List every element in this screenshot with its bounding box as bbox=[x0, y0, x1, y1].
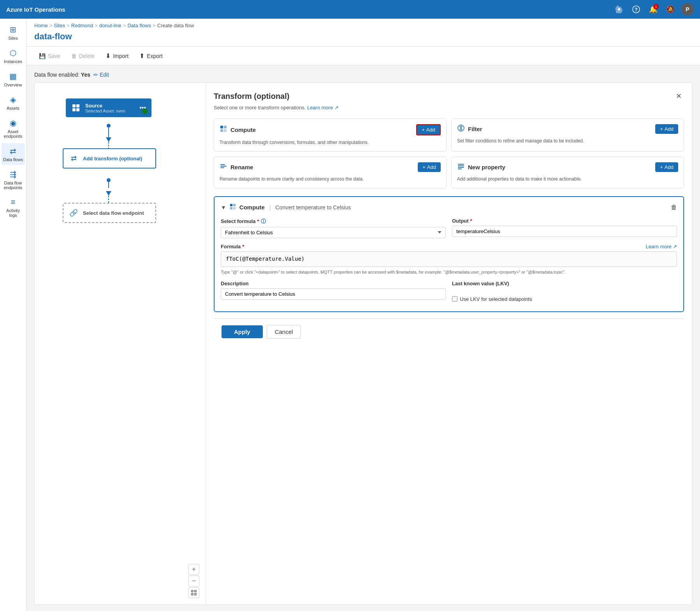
description-input[interactable] bbox=[221, 288, 446, 300]
enabled-label: Data flow enabled: Yes bbox=[34, 72, 90, 78]
new-property-card-header: New property + Add bbox=[457, 162, 678, 172]
compute-card-header: Compute + Add bbox=[220, 124, 441, 135]
formula-output-row: Select formula * ⓘ Fahrenheit to Celsius bbox=[221, 218, 677, 238]
sites-icon: ⊞ bbox=[10, 25, 16, 34]
delete-button[interactable]: 🗑 Delete bbox=[67, 51, 99, 61]
panel-learn-more-link[interactable]: Learn more ↗ bbox=[307, 105, 339, 111]
filter-add-button[interactable]: + Add bbox=[655, 124, 678, 134]
bottom-actions: Apply Cancel bbox=[214, 318, 684, 345]
help-button[interactable]: ? bbox=[630, 3, 642, 16]
user-avatar[interactable]: P bbox=[681, 3, 694, 16]
assets-icon: ◈ bbox=[10, 95, 16, 104]
breadcrumb-donut-line[interactable]: donut-line bbox=[99, 23, 121, 28]
select-formula-info-icon[interactable]: ⓘ bbox=[261, 218, 266, 225]
data-flow-enabled-bar: Data flow enabled: Yes ✏ Edit bbox=[34, 72, 692, 78]
svg-rect-16 bbox=[192, 593, 193, 595]
overview-icon: ▦ bbox=[9, 72, 17, 81]
instances-icon: ⬡ bbox=[10, 48, 16, 58]
output-group: Output * bbox=[452, 218, 677, 238]
panel-close-button[interactable]: ✕ bbox=[673, 91, 684, 102]
lkv-checkbox-label[interactable]: Use LKV for selected datapoints bbox=[460, 296, 532, 302]
compute-add-label: Add bbox=[426, 127, 435, 133]
source-node[interactable]: Source Selected Asset: oven ••• bbox=[66, 98, 151, 117]
new-property-card-icon bbox=[457, 162, 465, 172]
lkv-label: Last known value (LKV) bbox=[452, 281, 677, 286]
endpoint-node-text: Select data flow endpoint bbox=[83, 210, 151, 216]
svg-rect-33 bbox=[230, 207, 232, 209]
description-group: Description bbox=[221, 281, 446, 302]
sidebar-item-data-flows[interactable]: ⇄ Data flows bbox=[2, 143, 25, 165]
notifications-button[interactable]: 🔔 1 bbox=[647, 3, 660, 16]
export-button[interactable]: ⬆ Export bbox=[135, 50, 167, 62]
formula-box[interactable]: fToC(@Temperature.Value) bbox=[221, 251, 677, 267]
data-flows-icon: ⇄ bbox=[10, 146, 16, 156]
svg-rect-13 bbox=[76, 108, 79, 111]
new-property-add-label: Add bbox=[665, 164, 674, 170]
transform-node[interactable]: ⇄ Add transform (optional) bbox=[63, 148, 156, 169]
transform-node-text: Add transform (optional) bbox=[83, 156, 151, 162]
rename-card-header: Rename + Add bbox=[220, 162, 441, 172]
rename-add-label: Add bbox=[427, 164, 436, 170]
sidebar-item-assets[interactable]: ◈ Assets bbox=[2, 92, 25, 114]
settings-button[interactable] bbox=[613, 3, 625, 16]
sidebar-item-overview[interactable]: ▦ Overview bbox=[2, 68, 25, 90]
lkv-checkbox[interactable] bbox=[452, 296, 457, 302]
zoom-out-button[interactable]: − bbox=[188, 576, 199, 586]
new-property-add-plus-icon: + bbox=[660, 164, 663, 170]
edit-button[interactable]: ✏ Edit bbox=[93, 72, 109, 78]
compute-delete-button[interactable]: 🗑 bbox=[671, 204, 677, 211]
rename-add-button[interactable]: + Add bbox=[418, 162, 441, 172]
breadcrumb: Home > Sites > Redmond > donut-line > Da… bbox=[34, 23, 692, 28]
sidebar-label-data-flow-endpoints: Data flow endpoints bbox=[3, 181, 23, 190]
endpoint-title: Select data flow endpoint bbox=[83, 210, 151, 216]
compute-add-button[interactable]: + Add bbox=[416, 124, 441, 135]
edit-icon: ✏ bbox=[93, 72, 98, 78]
save-icon: 💾 bbox=[39, 53, 46, 59]
formula-learn-more-link[interactable]: Learn more ↗ bbox=[646, 244, 677, 249]
compute-collapse-button[interactable]: ▼ bbox=[221, 204, 226, 211]
sidebar-label-overview: Overview bbox=[4, 83, 22, 87]
cancel-button[interactable]: Cancel bbox=[267, 325, 301, 339]
formula-hint: Type "@" or click "<datapoint>" to selec… bbox=[221, 269, 677, 275]
rename-card-desc: Rename datapoints to ensure clarity and … bbox=[220, 176, 441, 183]
svg-point-3 bbox=[107, 124, 111, 128]
source-node-text: Source Selected Asset: oven bbox=[85, 103, 135, 113]
breadcrumb-sites[interactable]: Sites bbox=[54, 23, 65, 28]
sidebar-item-instances[interactable]: ⬡ Instances bbox=[2, 45, 25, 67]
compute-section-name: Convert temperature to Celsius bbox=[276, 204, 351, 211]
breadcrumb-home[interactable]: Home bbox=[34, 23, 48, 28]
breadcrumb-redmond[interactable]: Redmond bbox=[71, 23, 93, 28]
fit-view-button[interactable] bbox=[188, 587, 199, 598]
sidebar-item-asset-endpoints[interactable]: ◉ Asset endpoints bbox=[2, 115, 25, 142]
new-property-add-button[interactable]: + Add bbox=[655, 162, 678, 172]
alert-icon: 🔕 bbox=[666, 5, 675, 14]
select-formula-label: Select formula * ⓘ bbox=[221, 218, 446, 225]
breadcrumb-sep-1: > bbox=[49, 23, 53, 28]
lkv-checkbox-row: Use LKV for selected datapoints bbox=[452, 288, 677, 302]
sidebar-item-sites[interactable]: ⊞ Sites bbox=[2, 22, 25, 44]
save-button[interactable]: 💾 Save bbox=[34, 51, 65, 61]
apply-button[interactable]: Apply bbox=[222, 325, 263, 338]
import-button[interactable]: ⬇ Import bbox=[101, 50, 133, 62]
filter-card: Filter + Add Set filter conditions to re… bbox=[451, 118, 684, 152]
output-input[interactable] bbox=[452, 226, 677, 237]
flow-canvas: Source Selected Asset: oven ••• ⇄ Add tr… bbox=[35, 83, 206, 604]
alerts-button[interactable]: 🔕 bbox=[664, 3, 677, 16]
compute-add-plus-icon: + bbox=[422, 127, 425, 133]
sidebar-item-activity-logs[interactable]: ≡ Activity logs bbox=[2, 195, 25, 221]
select-formula-dropdown[interactable]: Fahrenheit to Celsius bbox=[221, 227, 446, 238]
svg-rect-29 bbox=[458, 167, 464, 168]
sidebar-item-data-flow-endpoints[interactable]: ⇶ Data flow endpoints bbox=[2, 167, 25, 193]
filter-title-row: Filter bbox=[457, 124, 482, 134]
endpoint-node[interactable]: 🔗 Select data flow endpoint bbox=[63, 203, 156, 223]
import-icon: ⬇ bbox=[106, 52, 111, 60]
new-property-card-desc: Add additional properties to data to mak… bbox=[457, 176, 678, 183]
zoom-in-button[interactable]: + bbox=[188, 564, 199, 575]
new-property-title-row: New property bbox=[457, 162, 505, 172]
breadcrumb-sep-3: > bbox=[95, 23, 98, 28]
svg-rect-17 bbox=[195, 593, 196, 595]
breadcrumb-bar: Home > Sites > Redmond > donut-line > Da… bbox=[26, 19, 700, 47]
breadcrumb-data-flows[interactable]: Data flows bbox=[127, 23, 151, 28]
compute-section-icon bbox=[229, 203, 236, 212]
formula-external-icon: ↗ bbox=[673, 244, 677, 249]
